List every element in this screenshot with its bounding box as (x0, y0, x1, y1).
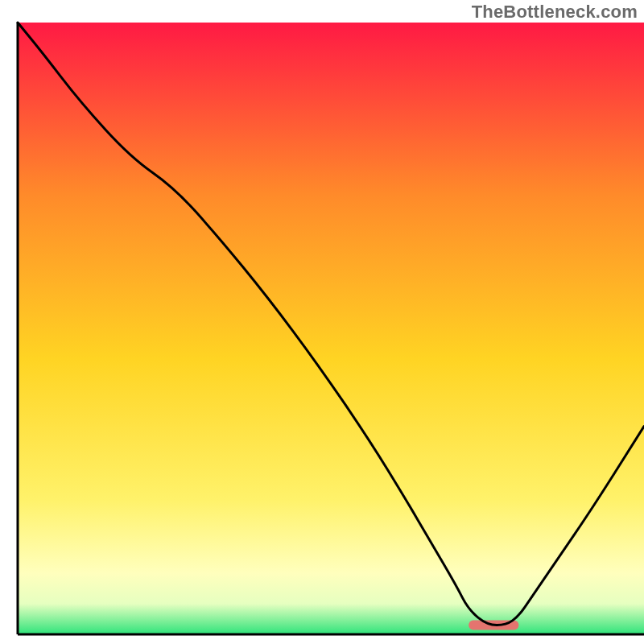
bottleneck-chart (0, 0, 644, 644)
watermark-text: TheBottleneck.com (472, 2, 638, 23)
plot-area (18, 23, 644, 634)
svg-rect-0 (18, 23, 644, 634)
chart-container: TheBottleneck.com (0, 0, 644, 644)
